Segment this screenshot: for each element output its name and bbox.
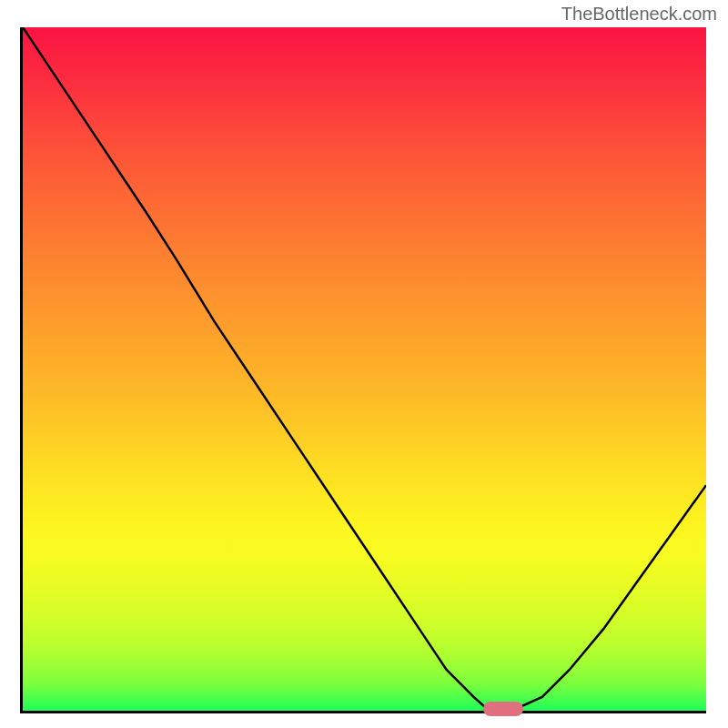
optimal-marker bbox=[483, 702, 523, 716]
watermark-text: TheBottleneck.com bbox=[561, 4, 717, 25]
bottleneck-curve bbox=[23, 27, 706, 709]
chart-container bbox=[20, 27, 706, 713]
chart-line-svg bbox=[23, 27, 706, 711]
